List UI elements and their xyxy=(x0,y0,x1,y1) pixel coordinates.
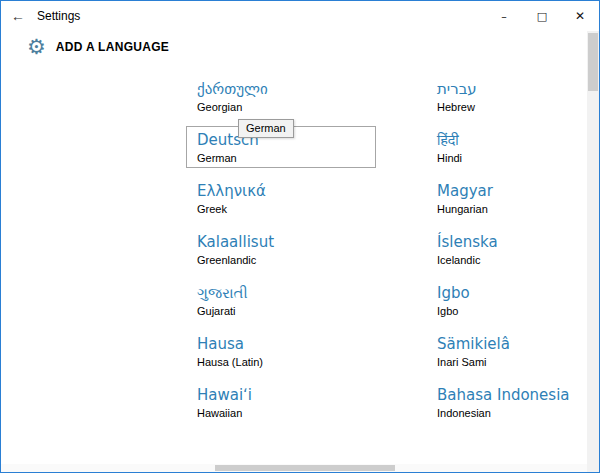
language-native-name: Bahasa Indonesia xyxy=(437,385,600,405)
gear-icon: ⚙ xyxy=(27,37,46,58)
close-button[interactable]: ✕ xyxy=(561,1,599,31)
language-english-name: Hindi xyxy=(437,151,600,166)
language-english-name: Inari Sami xyxy=(437,355,600,370)
language-tile-hebrew[interactable]: עבריתHebrew xyxy=(426,75,600,117)
language-english-name: Hebrew xyxy=(437,100,600,115)
horizontal-scrollbar[interactable] xyxy=(1,464,587,472)
window-title: Settings xyxy=(37,9,80,23)
language-tile-indonesian[interactable]: Bahasa IndonesiaIndonesian xyxy=(426,381,600,423)
language-tile-hungarian[interactable]: MagyarHungarian xyxy=(426,177,600,219)
language-native-name: ગુજરાતી xyxy=(197,283,365,303)
language-english-name: Gujarati xyxy=(197,304,365,319)
language-english-name: Hausa (Latin) xyxy=(197,355,365,370)
language-native-name: Hausa xyxy=(197,334,365,354)
vertical-scrollbar[interactable] xyxy=(587,31,599,464)
language-tile-georgian[interactable]: ქართულიGeorgian xyxy=(186,75,376,117)
language-english-name: Indonesian xyxy=(437,406,600,421)
language-english-name: Hawaiian xyxy=(197,406,365,421)
language-english-name: Georgian xyxy=(197,100,365,115)
language-tile-icelandic[interactable]: ÍslenskaIcelandic xyxy=(426,228,600,270)
language-tile-igbo[interactable]: IgboIgbo xyxy=(426,279,600,321)
language-english-name: Hungarian xyxy=(437,202,600,217)
page-title: ADD A LANGUAGE xyxy=(56,40,169,54)
language-native-name: Ελληνικά xyxy=(197,181,365,201)
maximize-icon: □ xyxy=(537,10,547,23)
horizontal-scrollbar-thumb[interactable] xyxy=(215,465,395,471)
back-arrow-icon: ← xyxy=(11,8,25,24)
language-native-name: Íslenska xyxy=(437,232,600,252)
tooltip: German xyxy=(238,119,294,138)
language-native-name: Hawaiʻi xyxy=(197,385,365,405)
close-icon: ✕ xyxy=(575,9,585,23)
language-tile-hindi[interactable]: हिंदीHindi xyxy=(426,126,600,168)
language-english-name: German xyxy=(197,151,365,166)
page-header: ⚙ ADD A LANGUAGE xyxy=(1,31,599,63)
language-native-name: Sämikielâ xyxy=(437,334,600,354)
language-native-name: Igbo xyxy=(437,283,600,303)
minimize-button[interactable]: – xyxy=(485,1,523,31)
scrollbar-corner xyxy=(587,464,599,472)
language-native-name: עברית xyxy=(437,79,600,99)
vertical-scrollbar-thumb[interactable] xyxy=(588,33,598,91)
title-bar: ← Settings – □ ✕ xyxy=(1,1,599,31)
language-english-name: Icelandic xyxy=(437,253,600,268)
language-tile-greek[interactable]: ΕλληνικάGreek xyxy=(186,177,376,219)
language-tile-inari-sami[interactable]: SämikielâInari Sami xyxy=(426,330,600,372)
minimize-icon: – xyxy=(501,10,507,23)
maximize-button[interactable]: □ xyxy=(523,1,561,31)
settings-window: ← Settings – □ ✕ ⚙ ADD A LANGUAGE ქართულ… xyxy=(0,0,600,473)
language-native-name: ქართული xyxy=(197,79,365,99)
back-button[interactable]: ← xyxy=(1,1,35,31)
language-tile-gujarati[interactable]: ગુજરાતીGujarati xyxy=(186,279,376,321)
language-native-name: Kalaallisut xyxy=(197,232,365,252)
language-tile-greenlandic[interactable]: KalaallisutGreenlandic xyxy=(186,228,376,270)
language-english-name: Greenlandic xyxy=(197,253,365,268)
caption-buttons: – □ ✕ xyxy=(485,1,599,31)
language-english-name: Greek xyxy=(197,202,365,217)
language-tile-hausa-latin[interactable]: HausaHausa (Latin) xyxy=(186,330,376,372)
language-english-name: Igbo xyxy=(437,304,600,319)
language-tile-hawaiian[interactable]: HawaiʻiHawaiian xyxy=(186,381,376,423)
language-native-name: Magyar xyxy=(437,181,600,201)
language-native-name: हिंदी xyxy=(437,130,600,150)
